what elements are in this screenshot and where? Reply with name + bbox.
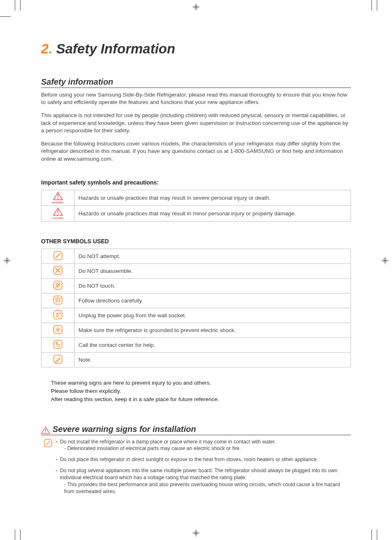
- caution-symbol-cell: CAUTION: [42, 205, 74, 221]
- svg-point-29: [45, 432, 46, 433]
- warning-note-block: These warning signs are here to prevent …: [51, 379, 351, 404]
- note-line-3: After reading this section, keep it in a…: [51, 395, 351, 404]
- other-symbols-table: Do NOT attempt. Do NOT disassemble. Do N…: [41, 249, 351, 367]
- caution-triangle-icon: [53, 208, 63, 216]
- crop-mark: [15, 529, 21, 540]
- bullet-sub: - This provides the best performance and…: [64, 481, 351, 495]
- list-item: • Do not plug several appliances into th…: [56, 467, 351, 495]
- table-row: Do NOT attempt.: [42, 249, 351, 263]
- svg-marker-20: [60, 312, 61, 314]
- svg-rect-26: [54, 340, 62, 348]
- warning-label: WARNING: [44, 201, 71, 204]
- symbol-desc: Do NOT touch.: [74, 278, 351, 293]
- caution-description: Hazards or unsafe practices that may res…: [74, 205, 351, 221]
- list-item: • Do not install the refrigerator in a d…: [56, 438, 351, 452]
- note-line-1: These warning signs are here to prevent …: [51, 379, 351, 387]
- bullet-dot: •: [56, 438, 58, 445]
- severe-warning-section-header: Severe warning signs for installation: [41, 425, 351, 435]
- crop-mark: [15, 0, 21, 11]
- list-item: • Do not place this refrigerator in dire…: [56, 456, 351, 463]
- symbol-desc: Do NOT disassemble.: [74, 263, 351, 278]
- svg-line-31: [46, 441, 51, 445]
- installation-warnings-list: • Do not install the refrigerator in a d…: [56, 438, 351, 495]
- registration-mark-right: [381, 257, 389, 266]
- svg-point-7: [57, 214, 58, 215]
- no-attempt-icon: [44, 438, 53, 450]
- registration-mark-bottom: [192, 529, 200, 537]
- crop-mark: [371, 529, 377, 540]
- intro-paragraph-3: Because the following Instructions cover…: [41, 140, 351, 163]
- warning-triangle-icon: [41, 427, 50, 434]
- warning-symbol-cell: WARNING: [42, 190, 74, 205]
- bullet-text: Do not place this refrigerator in direct…: [60, 457, 318, 462]
- crop-mark: [371, 0, 377, 11]
- svg-point-5: [57, 198, 58, 199]
- intro-paragraph-1: Before using your new Samsung Side-By-Si…: [41, 91, 351, 106]
- svg-point-43: [195, 532, 197, 534]
- table-row: Make sure the refrigerator is grounded t…: [42, 323, 351, 337]
- registration-mark-top: [192, 3, 200, 11]
- svg-line-9: [55, 253, 60, 258]
- crop-mark: [0, 16, 11, 22]
- svg-point-35: [6, 260, 8, 262]
- bullet-dot: •: [56, 456, 58, 463]
- ground-icon: [53, 330, 63, 336]
- no-disassemble-icon: [53, 270, 63, 277]
- bullet-text: Do not install the refrigerator in a dam…: [60, 439, 276, 445]
- symbol-desc: Call the contact center for help.: [74, 337, 351, 352]
- warning-description: Hazards or unsafe practices that may res…: [74, 190, 351, 205]
- table-row: Do NOT disassemble.: [42, 263, 351, 278]
- safety-symbols-table: WARNING Hazards or unsafe practices that…: [41, 190, 351, 222]
- symbols-precautions-heading: Important safety symbols and precautions…: [41, 179, 351, 186]
- table-row: WARNING Hazards or unsafe practices that…: [42, 190, 351, 205]
- section-title-safety-info: Safety information: [41, 77, 351, 88]
- bullet-sub: - Deteriorated insulation of electrical …: [64, 445, 351, 452]
- bullet-dot: •: [56, 467, 58, 474]
- other-symbols-heading: OTHER SYMBOLS USED: [41, 238, 351, 245]
- warning-triangle-icon: [53, 192, 63, 200]
- intro-paragraph-2: This appliance is not intended for use b…: [41, 112, 351, 134]
- table-row: CAUTION Hazards or unsafe practices that…: [42, 205, 351, 221]
- follow-directions-icon: [53, 300, 63, 306]
- registration-mark-left: [3, 257, 11, 266]
- unplug-icon: [53, 315, 63, 321]
- svg-rect-16: [54, 311, 62, 319]
- symbol-desc: Make sure the refrigerator is grounded t…: [74, 323, 351, 337]
- caution-label: CAUTION: [44, 217, 71, 219]
- symbol-desc: Do NOT attempt.: [74, 249, 351, 263]
- section-title-severe-warning: Severe warning signs for installation: [53, 425, 196, 434]
- note-icon: [53, 359, 63, 365]
- contact-center-icon: [53, 344, 63, 351]
- chapter-title-text: Safety Information: [56, 41, 175, 56]
- bullet-text: Do not plug several appliances into the …: [60, 468, 337, 480]
- no-attempt-icon: [53, 256, 63, 262]
- table-row: Do NOT touch.: [42, 278, 351, 293]
- note-line-2: Please follow them explicitly.: [51, 387, 351, 395]
- symbol-desc: Note.: [74, 352, 351, 367]
- symbol-desc: Unplug the power plug from the wall sock…: [74, 308, 351, 323]
- symbol-desc: Follow directions carefully.: [74, 293, 351, 308]
- svg-point-39: [384, 260, 386, 262]
- svg-point-3: [195, 6, 197, 8]
- table-row: Call the contact center for help.: [42, 337, 351, 352]
- table-row: Note.: [42, 352, 351, 367]
- svg-rect-17: [56, 314, 59, 316]
- table-row: Follow directions carefully.: [42, 293, 351, 308]
- chapter-title: 2. Safety Information: [41, 41, 351, 57]
- chapter-number: 2.: [41, 41, 53, 56]
- no-touch-icon: [53, 285, 63, 291]
- table-row: Unplug the power plug from the wall sock…: [42, 308, 351, 323]
